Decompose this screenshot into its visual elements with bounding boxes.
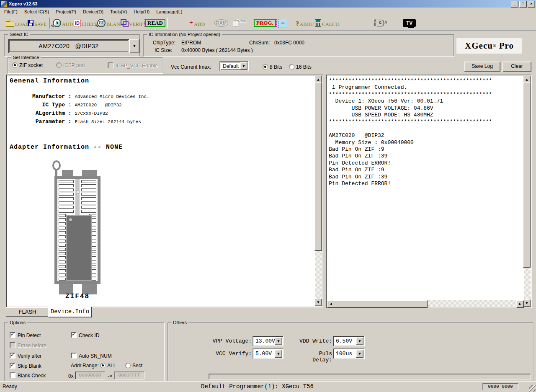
- menu-tools[interactable]: Tools(V): [107, 8, 130, 15]
- select-ic-dropdown-button[interactable]: ▼: [129, 39, 139, 53]
- app-window: Xgpro v12.63 _ □ × File(F) Select IC(S) …: [0, 0, 536, 392]
- checkbox-pin-detect[interactable]: Pin Detect: [10, 332, 41, 338]
- scroll-thumb[interactable]: [334, 300, 428, 308]
- read-button[interactable]: READ: [144, 18, 166, 28]
- addr-sect-radio[interactable]: [125, 363, 131, 368]
- vcc-imax-dropdown-button[interactable]: ▼: [240, 62, 247, 70]
- add-button[interactable]: + ADD: [189, 18, 205, 28]
- icsp-vcc-label: ICSP_VCC Enable: [116, 63, 158, 69]
- checkbox-check-id[interactable]: Check ID: [71, 332, 99, 338]
- save-button[interactable]: SAVE: [28, 18, 47, 28]
- checkbox-verify-after[interactable]: Verify after: [10, 353, 41, 359]
- resize-grip[interactable]: [529, 385, 536, 392]
- menu-select-ic[interactable]: Select IC(S): [21, 8, 52, 15]
- toolbar-separator: [166, 18, 168, 28]
- maximize-button[interactable]: □: [519, 1, 527, 8]
- addr-from-field: 00000000: [75, 371, 105, 379]
- save-log-button[interactable]: Save Log: [464, 62, 500, 72]
- icsp-vcc-checkbox-box: [108, 62, 113, 68]
- toolbar-separator: [49, 18, 51, 28]
- load-button[interactable]: LOAD: [6, 18, 29, 28]
- pin-detect-box[interactable]: [10, 332, 15, 338]
- vcc-verify-dropdown[interactable]: 5.00V ▼: [253, 348, 283, 359]
- menu-language[interactable]: Language(L): [153, 8, 186, 15]
- puls-delay-dropdown[interactable]: 100us ▼: [333, 348, 365, 359]
- minimize-button[interactable]: _: [511, 1, 518, 8]
- checkbox-skip-blank[interactable]: Skip Blank: [10, 363, 41, 369]
- scroll-down-button[interactable]: ▼: [523, 299, 531, 307]
- radio-16bits[interactable]: 16 Bits: [289, 64, 312, 70]
- scroll-thumb[interactable]: [523, 83, 531, 268]
- radio-zif-socket[interactable]: ZIF socket: [12, 62, 43, 68]
- blank-button[interactable]: FF BLANK: [97, 18, 124, 28]
- radio-8bits[interactable]: 8 Bits: [263, 64, 282, 70]
- pin-slot: [59, 235, 66, 238]
- verify-button[interactable]: VERIFY: [121, 18, 147, 28]
- vdd-write-dropdown[interactable]: 6.50V ▼: [333, 336, 365, 346]
- vcc-imax-dropdown[interactable]: Default ▼: [219, 61, 249, 71]
- calcu-button[interactable]: CALCU.: [315, 18, 340, 28]
- brand-suffix: Pro: [499, 41, 514, 51]
- bits16-radio-circle[interactable]: [289, 64, 294, 70]
- and-gate-icon: AB & -Y: [374, 20, 387, 26]
- close-button[interactable]: ×: [528, 1, 535, 8]
- log-panel[interactable]: ****************************************…: [326, 75, 532, 308]
- status-ready: Ready: [3, 384, 17, 389]
- check-button[interactable]: ID CHECK: [74, 18, 99, 28]
- blank-check-label: Blank Check: [18, 373, 46, 379]
- zif-radio-circle[interactable]: [12, 62, 18, 68]
- about-button[interactable]: ? ABOUT: [296, 18, 317, 28]
- floppy-disk-icon: [28, 20, 34, 26]
- log-vscrollbar[interactable]: ▲ ▼: [524, 76, 531, 307]
- menu-project[interactable]: Project(P): [52, 8, 80, 15]
- prog-button[interactable]: PROG.: [253, 18, 277, 28]
- icsp-button[interactable]: ↓↓↓↓: [278, 18, 287, 29]
- bits8-radio-circle[interactable]: [263, 64, 268, 70]
- pin-row: [58, 193, 97, 195]
- menu-file[interactable]: File(F): [1, 8, 21, 15]
- puls-dropdown-button[interactable]: ▼: [356, 350, 363, 358]
- parameter-label: Parameter: [10, 119, 65, 125]
- checkbox-erase-before: Erase before: [10, 342, 46, 348]
- skip-blank-box[interactable]: [10, 363, 15, 369]
- check-id-box[interactable]: [71, 332, 77, 338]
- tab-flash[interactable]: FLASH: [6, 307, 49, 317]
- logic-gate-button[interactable]: AB & -Y: [374, 18, 387, 28]
- device-panel-vscrollbar[interactable]: ▲ ▼: [315, 76, 322, 306]
- tab-device-info[interactable]: Device.Info: [48, 307, 92, 317]
- algorithm-label: ALgorithm: [10, 110, 65, 116]
- checkbox-auto-sn[interactable]: Auto SN_NUM: [71, 353, 112, 359]
- pin-slot: [59, 210, 74, 213]
- addr-sect-label: Sect: [132, 363, 142, 369]
- vcc-dropdown-button[interactable]: ▼: [275, 350, 282, 358]
- ram-button-disabled: RAM: [214, 18, 228, 28]
- vdd-write-label: VDD Write:: [298, 338, 332, 344]
- selected-ic-display[interactable]: AM27C020 @DIP32: [8, 39, 129, 53]
- erase-page-icon: Erase: [233, 20, 240, 26]
- status-counter: 0000 0000: [482, 383, 518, 390]
- blank-check-box[interactable]: [10, 372, 15, 378]
- menu-help[interactable]: Help(H): [130, 8, 153, 15]
- scroll-down-button[interactable]: ▼: [314, 299, 322, 306]
- clear-button[interactable]: Clear: [502, 62, 531, 72]
- vdd-dropdown-button[interactable]: ▼: [356, 337, 363, 345]
- addr-all-radio[interactable]: [100, 363, 106, 368]
- scroll-right-button[interactable]: ▶: [516, 300, 524, 308]
- log-hscrollbar[interactable]: ◀ ▶: [327, 300, 524, 307]
- tv-button[interactable]: TV: [403, 18, 416, 28]
- auto-sn-label: Auto SN_NUM: [79, 353, 112, 359]
- pin-slot: [59, 240, 66, 242]
- radio-addr-sect[interactable]: Sect: [125, 363, 142, 369]
- pin-slot: [59, 222, 66, 225]
- scroll-thumb[interactable]: [314, 83, 322, 251]
- vdd-write-value: 6.50V: [334, 337, 356, 345]
- radio-addr-all[interactable]: ALL: [100, 363, 116, 369]
- vpp-voltage-dropdown[interactable]: 13.00V ▼: [253, 336, 283, 346]
- auto-button[interactable]: A AUTO: [53, 18, 76, 28]
- auto-sn-box[interactable]: [71, 353, 77, 358]
- menu-device[interactable]: Device(D): [80, 8, 107, 15]
- checkbox-blank-check[interactable]: Blank Check: [10, 372, 46, 379]
- verify-after-box[interactable]: [10, 353, 15, 358]
- vpp-dropdown-button[interactable]: ▼: [275, 337, 282, 345]
- pin-slot: [59, 214, 66, 217]
